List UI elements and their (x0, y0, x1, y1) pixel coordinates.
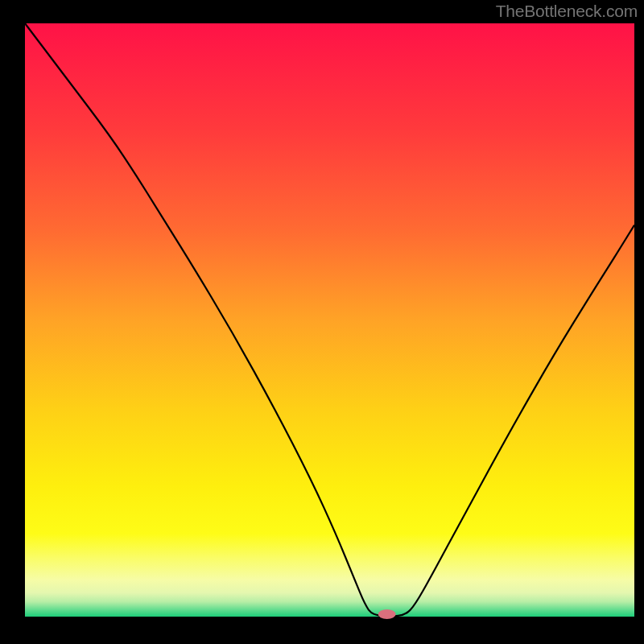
chart-frame: TheBottleneck.com (0, 0, 644, 644)
plot-background (25, 23, 634, 617)
attribution-label: TheBottleneck.com (496, 2, 638, 21)
bottleneck-chart (0, 0, 644, 644)
optimum-marker (378, 609, 396, 619)
